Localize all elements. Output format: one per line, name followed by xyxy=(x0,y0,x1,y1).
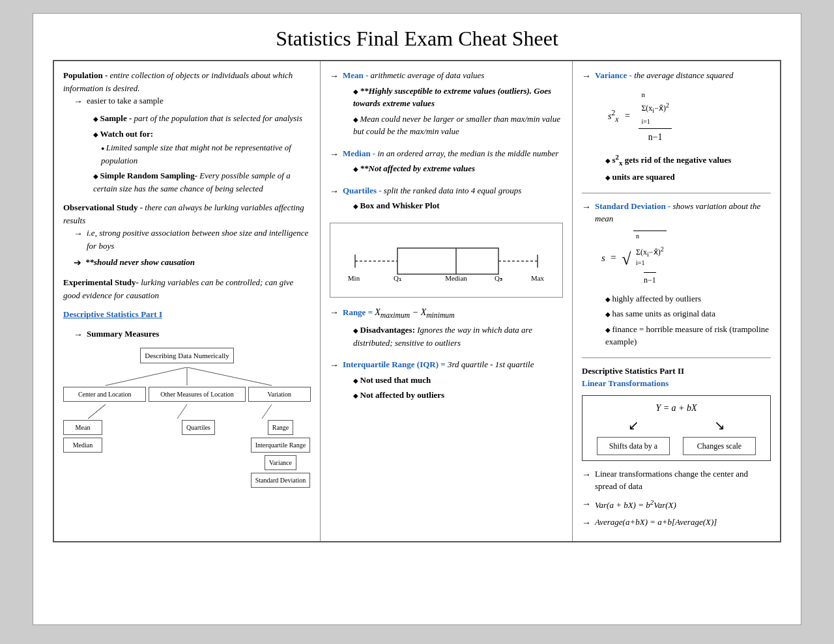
variance-note2: units are squared xyxy=(605,171,771,184)
column-2: → Mean - arithmetic average of data valu… xyxy=(321,61,573,541)
svg-rect-11 xyxy=(397,248,498,274)
std-finance: finance = horrible measure of risk (tram… xyxy=(605,323,771,348)
svg-line-6 xyxy=(262,404,272,419)
page-title: Statistics Final Exam Cheat Sheet xyxy=(53,27,781,51)
quartiles-label: Quartiles - xyxy=(343,186,382,195)
tree-leaf-median: Median xyxy=(63,438,102,453)
arrow-icon-11: → xyxy=(582,200,591,214)
box-whisker-label: Box and Whisker Plot xyxy=(360,201,440,210)
quartiles-section: → Quartiles - split the ranked data into… xyxy=(330,184,563,215)
lt-arrows: ↙ ↘ xyxy=(590,417,762,433)
iqr-section: → Interquartile Range (IQR) = 3rd quarti… xyxy=(330,358,563,404)
simple-random-label: Simple Random Sampling- xyxy=(100,171,198,180)
experimental-section: Experimental Study- lurking variables ca… xyxy=(63,276,311,301)
median-label: Median - xyxy=(343,148,375,158)
sample-li: Sample - part of the population that is … xyxy=(93,112,311,125)
lt-left-box: Shifts data by a xyxy=(597,437,670,455)
should-never: **should never show causation xyxy=(85,256,195,269)
median-note: **Not affected by extreme values xyxy=(353,162,558,175)
lt-arrow-right: ↘ xyxy=(714,417,725,433)
linear-trans-header: Linear Transformations xyxy=(582,378,669,388)
std-highly: highly affected by outliers xyxy=(605,292,771,305)
arrow-icon-6: → xyxy=(330,147,339,161)
variance-label: Variance - xyxy=(595,70,632,80)
ie-item: → i.e, strong positive association betwe… xyxy=(63,227,311,252)
watch-out: Watch out for: xyxy=(100,129,154,139)
arrow-icon-14: → xyxy=(582,516,591,529)
column-3: → Variance - the average distance square… xyxy=(573,61,780,541)
std-same-units: has same units as original data xyxy=(605,307,771,320)
std-dev-label: Standard Deviation - xyxy=(595,201,670,211)
column-1: Population - entire collection of object… xyxy=(54,61,321,541)
lt-right-box: Changes scale xyxy=(683,437,756,455)
population-header: Population - xyxy=(63,70,108,80)
variance-formula: s2x = n Σ(xi−x̄)2 i=1 n−1 xyxy=(608,89,771,145)
observational-section: Observational Study - there can always b… xyxy=(63,201,311,227)
quartiles-desc: split the ranked data into 4 equal group… xyxy=(384,186,521,195)
lt-note3-item: → Average(a+bX) = a+b[Average(X)] xyxy=(582,516,771,529)
mean-desc: arithmetic average of data values xyxy=(371,70,485,80)
tree-leaf-range: Range xyxy=(268,420,294,435)
observational-label: Observational Study - xyxy=(63,203,143,212)
box-plot-container: Min Q₁ Median Q₃ Max xyxy=(330,223,563,298)
iqr-desc: 3rd quartile - 1st quartile xyxy=(448,359,534,369)
sample-label: Sample - xyxy=(100,113,132,123)
tree-node2: Other Measures of Location xyxy=(149,387,245,402)
tree-diagram: Describing Data Numerically Center and L… xyxy=(63,348,311,488)
lt-diagram: Y = a + bX ↙ ↘ Shifts data by a Changes … xyxy=(582,395,771,461)
arrow-icon-10: → xyxy=(582,69,591,83)
svg-text:Median: Median xyxy=(445,274,467,282)
tree-leaf-stddev: Standard Deviation xyxy=(251,473,310,488)
tree-root: Describing Data Numerically xyxy=(140,348,234,364)
lt-notes: → Linear transformations change the cent… xyxy=(582,468,771,529)
lt-formula: Y = a + bX xyxy=(655,403,697,413)
tree-leaf-variance: Variance xyxy=(265,455,296,470)
lt-left-label: Shifts data by a xyxy=(609,441,657,451)
arrow-icon-1: → xyxy=(74,94,83,108)
tree-node3: Variation xyxy=(248,387,311,402)
mean-section: → Mean - arithmetic average of data valu… xyxy=(330,69,563,141)
desc-stats-2-header: Descriptive Statistics Part II xyxy=(582,366,684,376)
not-used-item: Not used that much xyxy=(353,374,534,387)
arrow-icon-2: → xyxy=(74,227,83,240)
range-section: → Range = Xmaximum − Xminimum Disadvanta… xyxy=(330,305,563,352)
arrow-icon-5: → xyxy=(330,69,339,83)
svg-text:Q₁: Q₁ xyxy=(394,274,401,282)
disadvantages-item: Disadvantages: Ignores the way in which … xyxy=(353,324,563,349)
limited-sample-li: Limited sample size that might not be re… xyxy=(101,141,311,167)
box-whisker-item: Box and Whisker Plot xyxy=(353,199,521,212)
variance-note1: s2x gets rid of the negative values xyxy=(605,152,771,168)
page: Statistics Final Exam Cheat Sheet Popula… xyxy=(33,13,801,625)
arrow-icon-7: → xyxy=(330,184,339,198)
tree-node1: Center and Location xyxy=(63,387,146,402)
sample-desc: part of the population that is selected … xyxy=(134,113,303,123)
summary-measures-item: → Summary Measures xyxy=(63,328,311,341)
should-never-item: ➔ **should never show causation xyxy=(63,256,311,270)
mean-note: Mean could never be larger or smaller th… xyxy=(353,113,563,138)
arrow-icon-3: ➔ xyxy=(74,256,81,270)
not-affected-item: Not affected by outliers xyxy=(353,389,534,402)
desc-stats-link-section: Descriptive Statistics Part I xyxy=(63,308,311,321)
lt-right-label: Changes scale xyxy=(697,441,741,451)
arrow-icon-8: → xyxy=(330,305,339,319)
median-desc: in an ordered array, the median is the m… xyxy=(377,148,558,158)
tree-leaf-quartiles: Quartiles xyxy=(182,420,215,435)
svg-line-2 xyxy=(187,367,272,385)
lt-note3: Average(a+bX) = a+b[Average(X)] xyxy=(595,516,717,529)
svg-text:Q₃: Q₃ xyxy=(495,274,502,282)
lt-note1: Linear transformations change the center… xyxy=(595,468,771,493)
variance-section: → Variance - the average distance square… xyxy=(582,69,771,186)
median-section: → Median - in an ordered array, the medi… xyxy=(330,147,563,178)
tree-leaf-iqr: Interquartile Range xyxy=(251,438,310,453)
svg-line-4 xyxy=(88,404,106,419)
population-section: Population - entire collection of object… xyxy=(63,69,311,94)
watch-out-li: Watch out for: Limited sample size that … xyxy=(93,128,311,167)
mean-susceptible: **Highly susceptible to extreme values (… xyxy=(353,85,563,110)
desc-stats-2-section: Descriptive Statistics Part II Linear Tr… xyxy=(582,365,771,390)
range-formula: Xmaximum − Xminimum xyxy=(375,307,454,317)
variance-desc: the average distance squared xyxy=(634,70,733,80)
std-dev-section: → Standard Deviation - shows variation a… xyxy=(582,200,771,351)
arrow-icon-12: → xyxy=(582,468,591,481)
divider-1 xyxy=(582,193,771,193)
desc-stats-link[interactable]: Descriptive Statistics Part I xyxy=(63,309,162,319)
